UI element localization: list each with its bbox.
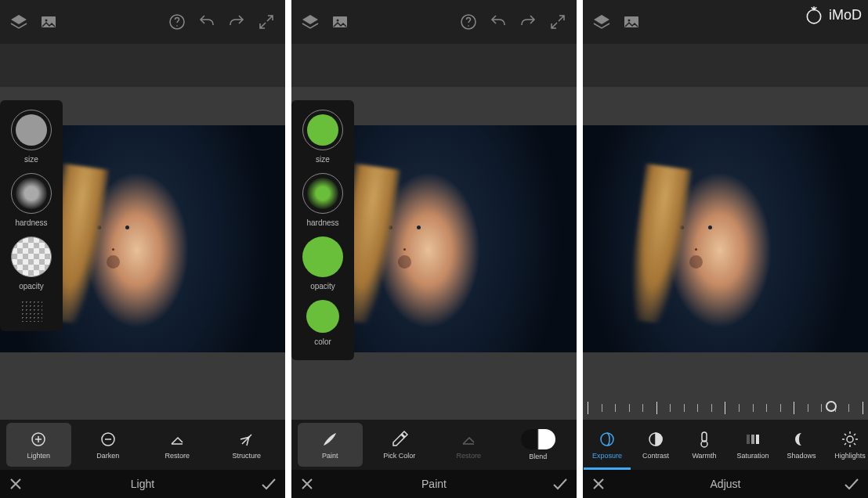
tool-blend[interactable]: Blend [506, 423, 571, 467]
layers-icon[interactable] [301, 13, 320, 31]
screen-adjust: iMoD Exposure Contrast Warmth Saturation [583, 0, 868, 498]
blend-icon [521, 429, 555, 449]
svg-rect-22 [756, 435, 759, 444]
svg-marker-7 [302, 15, 318, 24]
adjust-exposure[interactable]: Exposure [583, 420, 631, 470]
tool-paint[interactable]: Paint [298, 423, 363, 467]
slider-handle[interactable] [826, 401, 837, 412]
tool-restore-label: Restore [165, 452, 190, 460]
brush-opacity-label: opacity [19, 282, 44, 290]
brush-opacity[interactable] [11, 236, 52, 277]
restore-icon [168, 430, 186, 449]
close-button[interactable] [591, 476, 606, 492]
svg-point-23 [847, 436, 853, 442]
expand-icon[interactable] [548, 13, 567, 31]
brush-size-label: size [24, 155, 38, 164]
lighten-icon [29, 430, 48, 449]
title-bar: Adjust [583, 470, 868, 498]
image-icon[interactable] [331, 13, 349, 31]
brush-color[interactable] [306, 300, 339, 333]
tool-pick-color[interactable]: Pick Color [367, 423, 432, 467]
svg-marker-12 [594, 15, 609, 24]
tool-darken-label: Darken [96, 452, 119, 460]
tool-darken[interactable]: Darken [76, 423, 141, 467]
title-bar: Paint [291, 470, 577, 498]
brush-size[interactable] [11, 110, 52, 150]
brush-hardness-label: hardness [306, 218, 338, 227]
confirm-button[interactable] [552, 476, 569, 492]
subheader-band [583, 44, 868, 87]
subheader-band [291, 44, 577, 87]
brush-color-label: color [314, 337, 331, 346]
brush-grid-icon[interactable] [20, 300, 42, 322]
watermark-text: iMoD [829, 7, 862, 23]
brush-size-label: size [316, 155, 330, 164]
adjust-highlights-label: Highlights [834, 452, 866, 460]
eyedropper-icon [390, 430, 409, 449]
layers-icon[interactable] [9, 13, 28, 31]
svg-rect-18 [702, 432, 707, 442]
brush-panel: size hardness opacity [0, 100, 63, 331]
paint-icon [320, 430, 339, 449]
brush-opacity-label: opacity [310, 282, 335, 290]
adjust-exposure-label: Exposure [592, 452, 622, 460]
layers-icon[interactable] [592, 13, 611, 31]
tool-blend-label: Blend [529, 453, 547, 460]
adjust-row: Exposure Contrast Warmth Saturation Shad… [583, 420, 868, 470]
adjust-slider[interactable] [583, 396, 868, 420]
tool-restore-label: Restore [456, 452, 481, 460]
undo-icon[interactable] [489, 13, 508, 31]
image-icon[interactable] [622, 13, 641, 31]
svg-point-9 [337, 20, 339, 22]
adjust-contrast[interactable]: Contrast [631, 420, 680, 470]
tool-structure[interactable]: Structure [215, 423, 280, 467]
saturation-icon [743, 430, 762, 449]
adjust-shadows[interactable]: Shadows [777, 420, 826, 470]
confirm-button[interactable] [843, 476, 860, 492]
svg-point-11 [468, 25, 469, 27]
tool-row: Paint Pick Color Restore Blend [291, 420, 577, 470]
svg-rect-20 [747, 435, 750, 444]
brush-hardness[interactable] [11, 173, 52, 214]
tool-pick-color-label: Pick Color [383, 452, 415, 460]
brush-hardness[interactable] [302, 173, 343, 214]
top-toolbar [291, 0, 577, 44]
tool-restore[interactable]: Restore [145, 423, 210, 467]
image-icon[interactable] [39, 13, 58, 31]
adjust-highlights[interactable]: Highlights [826, 420, 868, 470]
undo-icon[interactable] [197, 13, 216, 31]
tool-lighten[interactable]: Lighten [6, 423, 71, 467]
help-icon[interactable] [168, 13, 186, 31]
redo-icon[interactable] [227, 13, 246, 31]
tool-row: Lighten Darken Restore Structure [0, 420, 285, 470]
svg-point-15 [807, 10, 820, 23]
svg-marker-0 [11, 15, 27, 24]
svg-point-4 [176, 25, 178, 27]
title-bar: Light [0, 470, 285, 498]
tool-restore: Restore [436, 423, 501, 467]
watermark: iMoD [804, 5, 862, 25]
adjust-warmth[interactable]: Warmth [680, 420, 729, 470]
confirm-button[interactable] [260, 476, 277, 492]
adjust-saturation[interactable]: Saturation [729, 420, 777, 470]
mode-title: Adjust [711, 478, 741, 490]
svg-point-14 [628, 20, 631, 22]
brush-opacity[interactable] [302, 236, 343, 277]
adjust-shadows-label: Shadows [787, 452, 816, 460]
brush-size[interactable] [302, 110, 343, 150]
adjust-contrast-label: Contrast [642, 452, 669, 460]
expand-icon[interactable] [257, 13, 276, 31]
help-icon[interactable] [459, 13, 478, 31]
close-button[interactable] [8, 476, 24, 492]
tool-structure-label: Structure [232, 452, 261, 460]
screen-paint: size hardness opacity color Paint Pick C… [291, 0, 577, 498]
close-button[interactable] [299, 476, 315, 492]
structure-icon [237, 430, 256, 449]
highlights-icon [841, 430, 859, 449]
canvas-image[interactable] [583, 125, 868, 352]
mode-title: Paint [421, 478, 447, 490]
adjust-warmth-label: Warmth [692, 452, 716, 460]
redo-icon[interactable] [519, 13, 537, 31]
svg-point-2 [45, 20, 48, 22]
warmth-icon [695, 430, 714, 449]
